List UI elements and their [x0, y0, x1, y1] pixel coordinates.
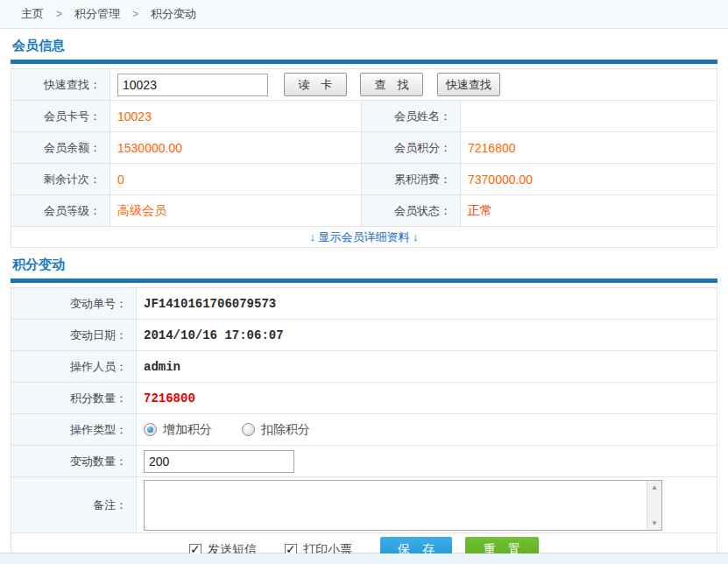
- member-row-balance: 会员余额： 1530000.00 会员积分： 7216800: [11, 132, 717, 164]
- remark-scrollbar[interactable]: ▲ ▼: [647, 481, 661, 530]
- breadcrumb: 主页 > 积分管理 > 积分变动: [0, 0, 728, 29]
- send-sms-group: 发送短信: [189, 542, 257, 554]
- status-label: 会员状态：: [362, 195, 461, 227]
- order-no-label: 变动单号：: [11, 288, 137, 320]
- operator-row: 操作人员： admin: [11, 351, 717, 383]
- total-spend-value: 7370000.00: [461, 164, 717, 195]
- op-type-row: 操作类型： 增加积分扣除积分: [11, 414, 717, 446]
- remark-row: 备注： ▲ ▼: [11, 477, 717, 533]
- times-left-label: 剩余计次：: [11, 164, 110, 195]
- show-member-detail-link[interactable]: ↓ 显示会员详细资料 ↓: [309, 230, 418, 243]
- member-info-table: 快速查找： 读 卡 查 找 快速查找 会员卡号： 10023 会员姓名： 会员余…: [11, 68, 717, 248]
- send-sms-checkbox[interactable]: [189, 544, 201, 554]
- member-info-title-bar: [11, 60, 717, 64]
- points-value: 7216800: [461, 132, 717, 164]
- operator-value: admin: [144, 360, 180, 374]
- name-label: 会员姓名：: [362, 101, 461, 132]
- order-no-value: JF1410161706079573: [144, 297, 276, 311]
- level-label: 会员等级：: [11, 195, 110, 227]
- op-type-cell: 增加积分扣除积分: [137, 414, 717, 446]
- quick-search-button[interactable]: 快速查找: [437, 73, 500, 96]
- member-row-level: 会员等级： 高级会员 会员状态： 正常: [11, 195, 717, 227]
- points-change-title-bar: [11, 278, 717, 283]
- change-amount-input[interactable]: [144, 450, 294, 473]
- member-row-card: 会员卡号： 10023 会员姓名：: [11, 101, 717, 132]
- quick-find-cell: 读 卡 查 找 快速查找: [110, 69, 717, 101]
- member-info-title: 会员信息: [11, 29, 717, 60]
- times-left-value: 0: [110, 164, 362, 195]
- order-no-row: 变动单号： JF1410161706079573: [11, 288, 717, 320]
- deduct-points-radio[interactable]: [242, 423, 255, 436]
- remark-textarea-frame: ▲ ▼: [144, 480, 662, 531]
- points-change-title: 积分变动: [11, 248, 717, 278]
- balance-value: 1530000.00: [110, 132, 362, 164]
- total-spend-label: 累积消费：: [362, 164, 461, 195]
- reset-button[interactable]: 重 置: [465, 537, 539, 553]
- points-amount-row: 积分数量： 7216800: [11, 383, 717, 414]
- breadcrumb-home[interactable]: 主页: [21, 6, 44, 22]
- card-no-value: 10023: [110, 101, 362, 132]
- breadcrumb-separator: >: [132, 8, 138, 20]
- page: 主页 > 积分管理 > 积分变动 会员信息 快速查找： 读 卡 查 找 快速查找…: [0, 0, 728, 553]
- deduct-points-radio-label[interactable]: 扣除积分: [261, 422, 310, 436]
- points-change-table: 变动单号： JF1410161706079573 变动日期： 2014/10/1…: [11, 287, 717, 553]
- print-ticket-label[interactable]: 打印小票: [303, 542, 352, 554]
- breadcrumb-points-change[interactable]: 积分变动: [151, 6, 196, 22]
- scroll-down-icon[interactable]: ▼: [651, 519, 658, 527]
- quick-find-input[interactable]: [117, 74, 268, 96]
- footer-cell: 发送短信 打印小票 保 存 重 置: [11, 533, 717, 554]
- name-value: [461, 101, 717, 132]
- points-amount-value: 7216800: [144, 391, 195, 405]
- search-button[interactable]: 查 找: [360, 73, 423, 96]
- detail-link-cell: ↓ 显示会员详细资料 ↓: [11, 227, 717, 248]
- breadcrumb-separator: >: [56, 8, 62, 20]
- change-date-row: 变动日期： 2014/10/16 17:06:07: [11, 320, 717, 351]
- breadcrumb-points-management[interactable]: 积分管理: [74, 6, 120, 22]
- change-amount-label: 变动数量：: [11, 446, 137, 477]
- send-sms-label[interactable]: 发送短信: [208, 542, 257, 554]
- points-amount-label: 积分数量：: [11, 383, 137, 414]
- remark-label: 备注：: [11, 477, 137, 533]
- quick-find-label: 快速查找：: [11, 69, 110, 101]
- add-points-radio-label[interactable]: 增加积分: [163, 422, 212, 436]
- footer-row: 发送短信 打印小票 保 存 重 置: [11, 533, 717, 554]
- points-label: 会员积分：: [362, 132, 461, 164]
- status-value: 正常: [461, 195, 717, 227]
- card-no-label: 会员卡号：: [11, 101, 110, 132]
- save-button[interactable]: 保 存: [380, 537, 452, 553]
- detail-link-row: ↓ 显示会员详细资料 ↓: [11, 227, 717, 248]
- quick-find-row: 快速查找： 读 卡 查 找 快速查找: [11, 69, 717, 101]
- scroll-up-icon[interactable]: ▲: [651, 483, 658, 491]
- op-type-label: 操作类型：: [11, 414, 137, 446]
- print-ticket-group: 打印小票: [285, 542, 352, 554]
- level-value: 高级会员: [110, 195, 362, 227]
- change-amount-row: 变动数量：: [11, 446, 717, 477]
- balance-label: 会员余额：: [11, 132, 110, 164]
- operator-label: 操作人员：: [11, 351, 137, 383]
- remark-textarea[interactable]: [145, 481, 647, 530]
- add-points-radio[interactable]: [144, 423, 157, 436]
- read-card-button[interactable]: 读 卡: [284, 73, 347, 96]
- change-date-value: 2014/10/16 17:06:07: [144, 328, 284, 342]
- member-row-times: 剩余计次： 0 累积消费： 7370000.00: [11, 164, 717, 195]
- print-ticket-checkbox[interactable]: [285, 544, 297, 554]
- change-date-label: 变动日期：: [11, 320, 137, 351]
